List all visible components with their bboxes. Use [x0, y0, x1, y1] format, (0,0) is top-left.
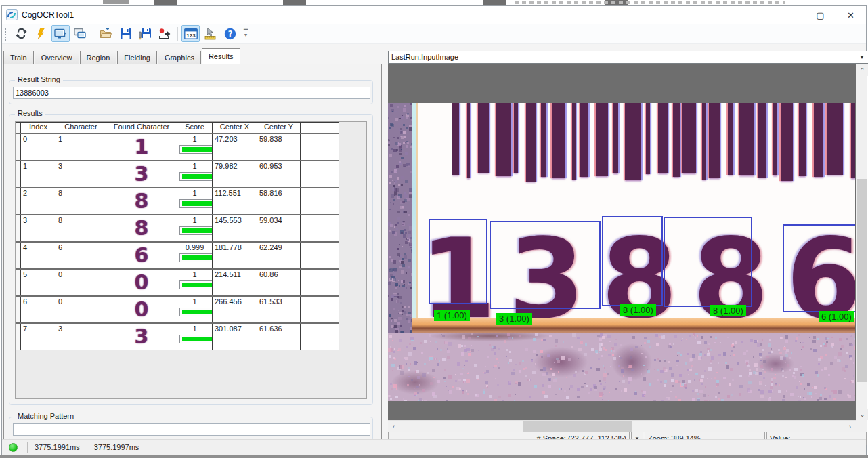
result-string-field[interactable]: 13886003	[13, 87, 370, 99]
found-character-glyph: 6	[106, 242, 177, 269]
matching-pattern-group: Matching Pattern	[9, 417, 373, 441]
background-texture	[388, 103, 412, 341]
tab-train[interactable]: Train	[3, 51, 34, 64]
svg-text:?: ?	[227, 29, 232, 39]
table-header-row: Index Character Found Character Score Ce…	[16, 123, 339, 133]
minimize-button[interactable]: —	[775, 6, 805, 24]
results-group: Results Index Character Found Character …	[9, 114, 373, 405]
table-row[interactable]: 50 0 1 214.51160.86	[16, 269, 339, 296]
toolbar-separator	[93, 27, 93, 41]
tab-overview[interactable]: Overview	[35, 51, 79, 64]
toolbar-grip-icon[interactable]	[5, 27, 8, 41]
ocr-box	[783, 224, 855, 312]
tab-fielding[interactable]: Fielding	[117, 51, 157, 64]
result-string-label: Result String	[15, 75, 63, 83]
table-row[interactable]: 73 3 1 301.08761.636	[16, 323, 339, 350]
score-bar	[179, 172, 213, 181]
maximize-button[interactable]: ▢	[805, 6, 836, 24]
tab-results[interactable]: Results	[202, 48, 240, 64]
save-button[interactable]	[116, 25, 135, 42]
input-image: 1 3 8 8 6 1 (1.00) 3 (1.00) 8 (1.00)	[388, 103, 855, 401]
vertical-scrollbar[interactable]: ⌃ ⌄	[856, 64, 867, 420]
found-character-glyph: 8	[106, 215, 177, 242]
ocr-confidence-tag: 6 (1.00)	[819, 311, 854, 322]
desktop-artifact	[103, 0, 129, 4]
score-bar	[179, 253, 213, 262]
ocr-confidence-tag: 3 (1.00)	[496, 313, 532, 325]
col-score[interactable]: Score	[177, 123, 213, 133]
vertical-scroll-thumb[interactable]	[857, 179, 867, 382]
col-index[interactable]: Index	[21, 123, 56, 133]
app-icon	[6, 9, 18, 20]
help-icon: ?	[224, 28, 236, 40]
show-results-display-button[interactable]	[51, 25, 70, 42]
col-found-character[interactable]: Found Character	[106, 123, 177, 133]
image-source-value: LastRun.InputImage	[391, 53, 458, 61]
titlebar: CogOCRTool1 — ▢ ✕	[2, 6, 866, 24]
chevron-down-icon[interactable]: ▼	[856, 52, 867, 62]
table-row[interactable]: 46 6 0.999 181.77862.249	[16, 242, 339, 269]
ocr-box	[429, 219, 487, 304]
toolbar: 123 ? ▔▾	[2, 24, 866, 44]
help-button[interactable]: ?	[221, 25, 239, 42]
col-center-x[interactable]: Center X	[213, 123, 257, 133]
open-file-icon	[100, 28, 112, 40]
close-button[interactable]: ✕	[836, 6, 866, 24]
ocr-confidence-tag: 8 (1.00)	[710, 305, 746, 316]
toolbar-overflow-icon[interactable]: ▔▾	[244, 31, 248, 37]
ocr-confidence-tag: 1 (1.00)	[434, 310, 470, 321]
desktop-artifact	[515, 1, 785, 4]
found-character-glyph: 3	[106, 323, 177, 350]
ocr-box	[490, 221, 601, 309]
scrollbar-corner	[856, 420, 867, 432]
svg-text:123: 123	[186, 32, 196, 38]
col-center-y[interactable]: Center Y	[257, 123, 301, 133]
found-character-glyph: 0	[106, 269, 177, 296]
numeric-results-button[interactable]: 123	[181, 25, 200, 42]
col-character[interactable]: Character	[56, 123, 106, 133]
import-record-icon	[158, 28, 171, 40]
table-row[interactable]: 38 8 1 145.55359.034	[16, 215, 339, 242]
cog-ocr-tool-window: CogOCRTool1 — ▢ ✕	[1, 5, 867, 455]
pointer-ruler-button[interactable]	[201, 25, 219, 42]
float-display-button[interactable]	[71, 25, 89, 42]
matching-pattern-field[interactable]	[13, 423, 370, 436]
score-bar	[179, 308, 213, 316]
score-bar	[179, 226, 213, 235]
run-loop-button[interactable]	[12, 25, 30, 42]
run-status-led-icon	[9, 443, 18, 452]
scroll-up-icon[interactable]: ⌃	[856, 64, 868, 76]
table-row[interactable]: 28 8 1 112.55158.816	[16, 188, 339, 215]
score-bar	[179, 199, 213, 208]
found-character-glyph: 0	[106, 296, 177, 323]
viewport-matte	[388, 401, 855, 420]
horizontal-scrollbar[interactable]: ‹ ›	[388, 420, 856, 432]
surface-texture	[388, 333, 855, 401]
save-as-button[interactable]	[136, 25, 154, 42]
save-icon	[120, 28, 132, 40]
desktop-artifact	[154, 0, 177, 5]
results-table-frame: Index Character Found Character Score Ce…	[15, 121, 367, 399]
open-file-button[interactable]	[97, 25, 115, 42]
ocr-box	[602, 216, 663, 306]
table-row[interactable]: 01 1 1 47.20359.838	[16, 133, 339, 161]
scroll-down-icon[interactable]: ⌄	[856, 409, 868, 420]
ocr-confidence-tag: 8 (1.00)	[620, 304, 656, 316]
desktop-artifact	[483, 0, 506, 5]
horizontal-scroll-thumb[interactable]	[523, 421, 632, 432]
scroll-left-icon[interactable]: ‹	[388, 421, 399, 432]
result-string-group: Result String 13886003	[9, 80, 373, 104]
found-character-glyph: 3	[106, 161, 177, 188]
scroll-right-icon[interactable]: ›	[844, 421, 856, 432]
run-once-button[interactable]	[32, 25, 50, 42]
tab-region[interactable]: Region	[80, 51, 117, 64]
table-row[interactable]: 60 0 1 266.45661.533	[16, 296, 339, 323]
results-tab-page: Result String 13886003 Results Index Cha…	[3, 64, 382, 444]
tab-graphics[interactable]: Graphics	[158, 51, 201, 64]
tab-strip: Train Overview Region Fielding Graphics …	[3, 48, 241, 64]
pointer-ruler-icon	[204, 28, 217, 40]
import-record-button[interactable]	[156, 25, 174, 42]
run-time-2: 3775.1997ms	[91, 443, 142, 451]
image-source-combobox[interactable]: LastRun.InputImage ▼	[388, 51, 868, 64]
table-row[interactable]: 13 3 1 79.98260.953	[16, 161, 339, 188]
